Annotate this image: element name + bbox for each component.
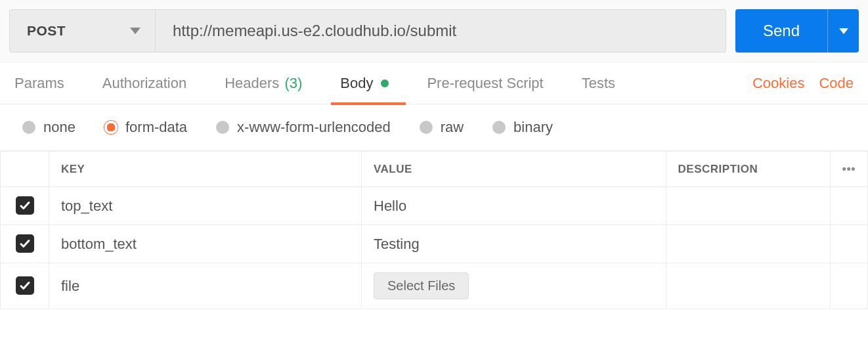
tab-authorization[interactable]: Authorization	[102, 62, 186, 104]
row-checkbox-cell[interactable]	[1, 187, 49, 225]
col-description: DESCRIPTION	[666, 152, 830, 187]
row-key[interactable]: file	[49, 263, 362, 309]
col-key: KEY	[49, 152, 362, 187]
tab-body[interactable]: Body	[340, 62, 389, 104]
radio-binary[interactable]: binary	[492, 119, 553, 136]
radio-x-www-form-urlencoded[interactable]: x-www-form-urlencoded	[216, 119, 391, 136]
radio-label: x-www-form-urlencoded	[237, 119, 391, 136]
table-row: fileSelect Files	[1, 263, 868, 309]
tab-label: Body	[340, 75, 373, 92]
tab-params[interactable]: Params	[14, 62, 64, 104]
checkbox-icon	[16, 234, 34, 253]
tab-headers[interactable]: Headers (3)	[225, 62, 302, 104]
tab-prerequest[interactable]: Pre-request Script	[427, 62, 543, 104]
tab-label: Params	[14, 75, 64, 92]
tab-tests[interactable]: Tests	[582, 62, 615, 104]
table-row: bottom_textTesting	[1, 225, 868, 263]
row-more	[830, 263, 867, 309]
col-check	[1, 152, 49, 187]
row-key[interactable]: bottom_text	[49, 225, 362, 263]
radio-icon	[492, 121, 506, 134]
radio-raw[interactable]: raw	[420, 119, 464, 136]
row-checkbox-cell[interactable]	[1, 263, 49, 309]
radio-label: binary	[513, 119, 553, 136]
radio-icon	[104, 121, 118, 134]
body-type-selector: none form-data x-www-form-urlencoded raw…	[0, 104, 868, 151]
select-files-button[interactable]: Select Files	[374, 272, 469, 299]
code-link[interactable]: Code	[819, 75, 854, 92]
tab-label: Authorization	[102, 75, 186, 92]
tab-label: Pre-request Script	[427, 75, 543, 92]
col-more[interactable]: •••	[830, 152, 867, 187]
tab-label: Tests	[582, 75, 615, 92]
row-value[interactable]: Hello	[362, 187, 666, 225]
checkbox-icon	[16, 276, 34, 295]
radio-label: none	[43, 119, 76, 136]
radio-icon	[22, 121, 35, 134]
chevron-down-icon	[130, 28, 141, 34]
method-label: POST	[27, 23, 66, 39]
send-group: Send	[735, 9, 859, 53]
send-dropdown-button[interactable]	[827, 9, 859, 53]
row-value[interactable]: Testing	[362, 225, 666, 263]
chevron-down-icon	[839, 28, 848, 34]
radio-none[interactable]: none	[22, 119, 76, 136]
row-value[interactable]: Select Files	[362, 263, 666, 309]
ellipsis-icon: •••	[842, 162, 856, 175]
method-select[interactable]: POST	[9, 9, 156, 53]
form-data-table: KEY VALUE DESCRIPTION ••• top_textHellob…	[0, 151, 868, 309]
radio-label: raw	[441, 119, 464, 136]
row-more	[830, 225, 867, 263]
row-description[interactable]	[666, 263, 830, 309]
row-description[interactable]	[666, 225, 830, 263]
method-url-group: POST	[9, 9, 726, 53]
dot-indicator-icon	[381, 79, 389, 87]
row-checkbox-cell[interactable]	[1, 225, 49, 263]
request-tabs: Params Authorization Headers (3) Body Pr…	[0, 62, 868, 104]
url-input[interactable]	[156, 9, 726, 53]
row-more	[830, 187, 867, 225]
radio-icon	[216, 121, 229, 134]
radio-form-data[interactable]: form-data	[104, 119, 187, 136]
headers-count: (3)	[284, 75, 302, 92]
row-description[interactable]	[666, 187, 830, 225]
checkbox-icon	[16, 196, 34, 215]
tab-label: Headers	[225, 75, 279, 92]
request-bar: POST Send	[0, 0, 868, 62]
cookies-link[interactable]: Cookies	[752, 75, 804, 92]
radio-label: form-data	[125, 119, 187, 136]
row-key[interactable]: top_text	[49, 187, 362, 225]
radio-icon	[420, 121, 433, 134]
col-value: VALUE	[362, 152, 666, 187]
table-row: top_textHello	[1, 187, 868, 225]
send-button[interactable]: Send	[735, 9, 827, 53]
